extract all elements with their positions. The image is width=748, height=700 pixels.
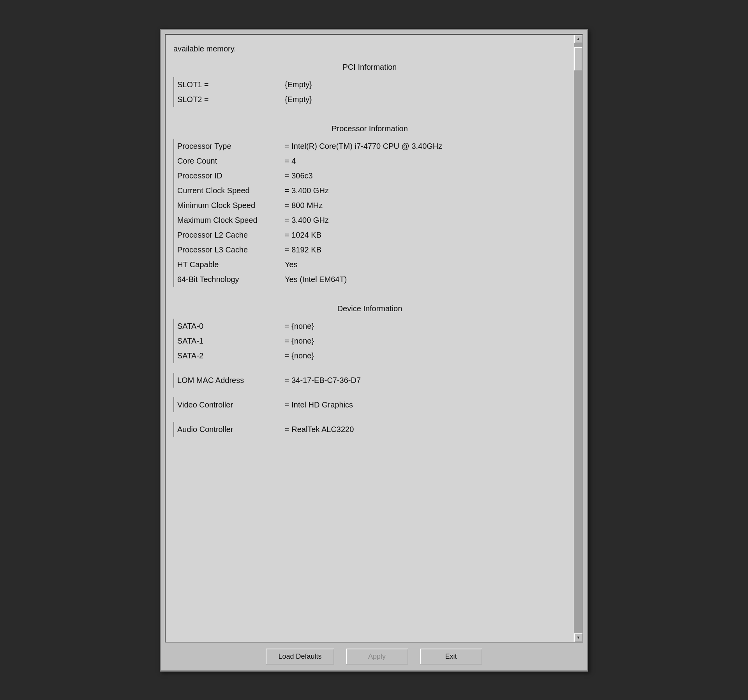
device-section-header: Device Information <box>173 302 566 315</box>
sata1-value: = {none} <box>283 333 566 348</box>
scroll-down-button[interactable]: ▼ <box>574 633 583 642</box>
min-clock-value: = 800 MHz <box>283 198 566 213</box>
table-row: 64-Bit Technology Yes (Intel EM64T) <box>174 272 566 287</box>
ht-capable-label: HT Capable <box>174 257 283 272</box>
table-row: SLOT1 = {Empty} <box>174 77 566 92</box>
min-clock-label: Minimum Clock Speed <box>174 198 283 213</box>
video-controller-label: Video Controller <box>174 397 283 412</box>
core-count-value: = 4 <box>283 153 566 168</box>
table-row: Processor Type = Intel(R) Core(TM) i7-47… <box>174 139 566 153</box>
scroll-up-button[interactable]: ▲ <box>574 35 583 43</box>
max-clock-label: Maximum Clock Speed <box>174 213 283 227</box>
content-area: available memory. PCI Information SLOT1 … <box>165 34 583 643</box>
table-row: Processor L3 Cache = 8192 KB <box>174 242 566 257</box>
table-row: Video Controller = Intel HD Graphics <box>174 397 566 412</box>
sata0-value: = {none} <box>283 319 566 333</box>
l2-cache-label: Processor L2 Cache <box>174 227 283 242</box>
ht-capable-value: Yes <box>283 257 566 272</box>
audio-table: Audio Controller = RealTek ALC3220 <box>173 422 566 437</box>
table-row: Processor L2 Cache = 1024 KB <box>174 227 566 242</box>
table-row: Processor ID = 306c3 <box>174 168 566 183</box>
processor-type-value: = Intel(R) Core(TM) i7-4770 CPU @ 3.40GH… <box>283 139 566 153</box>
exit-button[interactable]: Exit <box>420 649 482 665</box>
pci-slot2-label: SLOT2 = <box>174 92 283 107</box>
mac-address-label: LOM MAC Address <box>174 373 283 388</box>
scrollbar[interactable]: ▲ ▼ <box>574 35 582 642</box>
table-row: LOM MAC Address = 34-17-EB-C7-36-D7 <box>174 373 566 388</box>
core-count-label: Core Count <box>174 153 283 168</box>
audio-controller-value: = RealTek ALC3220 <box>283 422 566 437</box>
table-row: SATA-2 = {none} <box>174 348 566 363</box>
sata2-label: SATA-2 <box>174 348 283 363</box>
top-text: available memory. <box>173 42 566 55</box>
pci-table: SLOT1 = {Empty} SLOT2 = {Empty} <box>173 77 566 107</box>
table-row: Minimum Clock Speed = 800 MHz <box>174 198 566 213</box>
bit-tech-label: 64-Bit Technology <box>174 272 283 287</box>
table-row: Maximum Clock Speed = 3.400 GHz <box>174 213 566 227</box>
pci-slot2-value: {Empty} <box>283 92 566 107</box>
table-row: SLOT2 = {Empty} <box>174 92 566 107</box>
device-table: SATA-0 = {none} SATA-1 = {none} SATA-2 =… <box>173 319 566 363</box>
l3-cache-label: Processor L3 Cache <box>174 242 283 257</box>
bit-tech-value: Yes (Intel EM64T) <box>283 272 566 287</box>
table-row: SATA-0 = {none} <box>174 319 566 333</box>
sata2-value: = {none} <box>283 348 566 363</box>
pci-slot1-value: {Empty} <box>283 77 566 92</box>
l2-cache-value: = 1024 KB <box>283 227 566 242</box>
current-clock-value: = 3.400 GHz <box>283 183 566 198</box>
max-clock-value: = 3.400 GHz <box>283 213 566 227</box>
table-row: SATA-1 = {none} <box>174 333 566 348</box>
apply-button[interactable]: Apply <box>346 649 408 665</box>
load-defaults-button[interactable]: Load Defaults <box>266 649 334 665</box>
video-controller-value: = Intel HD Graphics <box>283 397 566 412</box>
processor-table: Processor Type = Intel(R) Core(TM) i7-47… <box>173 139 566 287</box>
audio-controller-label: Audio Controller <box>174 422 283 437</box>
table-row: Current Clock Speed = 3.400 GHz <box>174 183 566 198</box>
table-row: Core Count = 4 <box>174 153 566 168</box>
current-clock-label: Current Clock Speed <box>174 183 283 198</box>
pci-section-header: PCI Information <box>173 61 566 73</box>
processor-id-label: Processor ID <box>174 168 283 183</box>
scroll-content: available memory. PCI Information SLOT1 … <box>166 35 574 642</box>
scrollbar-track[interactable] <box>574 43 582 633</box>
sata0-label: SATA-0 <box>174 319 283 333</box>
processor-id-value: = 306c3 <box>283 168 566 183</box>
video-table: Video Controller = Intel HD Graphics <box>173 397 566 412</box>
network-table: LOM MAC Address = 34-17-EB-C7-36-D7 <box>173 373 566 388</box>
pci-slot1-label: SLOT1 = <box>174 77 283 92</box>
sata1-label: SATA-1 <box>174 333 283 348</box>
footer-area: Load Defaults Apply Exit <box>161 643 587 670</box>
bios-window: available memory. PCI Information SLOT1 … <box>160 29 588 672</box>
processor-section-header: Processor Information <box>173 122 566 135</box>
table-row: HT Capable Yes <box>174 257 566 272</box>
l3-cache-value: = 8192 KB <box>283 242 566 257</box>
processor-type-label: Processor Type <box>174 139 283 153</box>
table-row: Audio Controller = RealTek ALC3220 <box>174 422 566 437</box>
scrollbar-thumb[interactable] <box>574 47 582 71</box>
mac-address-value: = 34-17-EB-C7-36-D7 <box>283 373 566 388</box>
